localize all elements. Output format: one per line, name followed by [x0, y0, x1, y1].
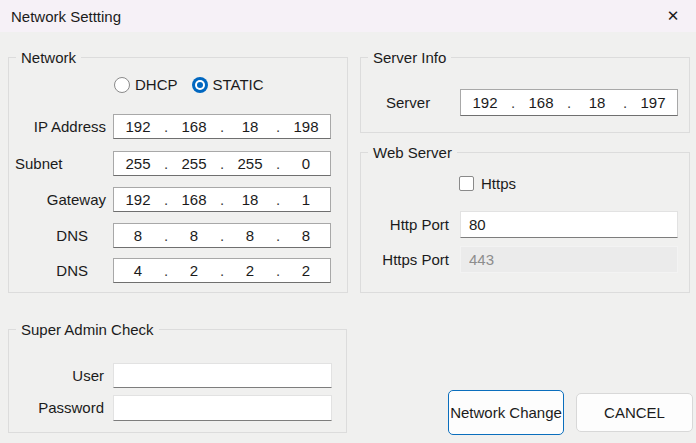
ip-octet: 192 — [461, 94, 509, 111]
server-info-group-label: Server Info — [368, 48, 451, 67]
close-button[interactable]: ✕ — [650, 0, 696, 32]
ip-octet: 255 — [170, 155, 218, 172]
cancel-button[interactable]: CANCEL — [576, 393, 693, 432]
dot-separator: . — [565, 94, 573, 111]
password-label: Password — [9, 395, 104, 421]
ip-octet: 18 — [573, 94, 621, 111]
ip-octet: 8 — [226, 227, 274, 244]
dot-separator: . — [218, 191, 226, 208]
ip-octet: 8 — [282, 227, 330, 244]
dot-separator: . — [162, 155, 170, 172]
dot-separator: . — [274, 262, 282, 279]
ip-octet: 198 — [282, 118, 330, 135]
http-port-row: Http Port — [361, 211, 689, 238]
server-info-group: Server Info Server 192 . 168 . 18 . 197 — [360, 57, 690, 133]
https-port-label: Https Port — [361, 246, 449, 273]
network-group-label: Network — [16, 48, 81, 67]
dot-separator: . — [274, 191, 282, 208]
web-server-group-label: Web Server — [368, 143, 457, 162]
network-change-button-label: Network Change — [450, 404, 562, 421]
dns2-field[interactable]: 4 . 2 . 2 . 2 — [113, 258, 331, 283]
dot-separator: . — [274, 227, 282, 244]
user-label: User — [9, 363, 104, 388]
dot-separator: . — [218, 262, 226, 279]
dhcp-static-radio-row: DHCP STATIC — [114, 77, 264, 93]
dns2-label: DNS — [15, 258, 106, 283]
dot-separator: . — [218, 118, 226, 135]
ip-octet: 192 — [114, 191, 162, 208]
super-admin-check-group-label: Super Admin Check — [16, 320, 159, 339]
subnet-label: Subnet — [15, 151, 106, 176]
ip-octet: 8 — [170, 227, 218, 244]
subnet-field[interactable]: 255 . 255 . 255 . 0 — [113, 151, 331, 176]
static-radio-label: STATIC — [213, 77, 264, 93]
dns1-label: DNS — [15, 223, 106, 248]
ip-octet: 255 — [114, 155, 162, 172]
ip-octet: 255 — [226, 155, 274, 172]
ip-octet: 2 — [226, 262, 274, 279]
password-input[interactable] — [113, 395, 332, 421]
ip-address-label: IP Address — [15, 114, 106, 139]
password-row: Password — [9, 395, 346, 421]
server-label: Server — [386, 89, 456, 116]
dot-separator: . — [162, 227, 170, 244]
ip-octet: 4 — [114, 262, 162, 279]
web-server-group: Web Server Https Http Port Https Port — [360, 152, 690, 293]
user-row: User — [9, 363, 346, 388]
https-checkbox[interactable] — [459, 176, 474, 191]
cancel-button-label: CANCEL — [604, 404, 665, 421]
server-row: Server 192 . 168 . 18 . 197 — [361, 89, 689, 116]
dhcp-radio-label: DHCP — [135, 77, 178, 93]
gateway-row: Gateway 192 . 168 . 18 . 1 — [9, 187, 347, 212]
network-change-button[interactable]: Network Change — [448, 390, 564, 435]
http-port-label: Http Port — [361, 211, 449, 238]
ip-octet: 2 — [170, 262, 218, 279]
ip-octet: 168 — [517, 94, 565, 111]
user-input[interactable] — [113, 363, 332, 388]
window-title: Network Settting — [0, 8, 121, 25]
ip-octet: 18 — [226, 191, 274, 208]
ip-octet: 18 — [226, 118, 274, 135]
dhcp-radio[interactable] — [114, 77, 130, 93]
https-port-row: Https Port — [361, 246, 689, 273]
server-ip-field[interactable]: 192 . 168 . 18 . 197 — [460, 89, 678, 116]
super-admin-check-group: Super Admin Check User Password — [8, 329, 347, 433]
ip-octet: 1 — [282, 191, 330, 208]
close-icon: ✕ — [667, 7, 680, 25]
dot-separator: . — [274, 118, 282, 135]
subnet-row: Subnet 255 . 255 . 255 . 0 — [9, 151, 347, 176]
ip-address-field[interactable]: 192 . 168 . 18 . 198 — [113, 114, 331, 139]
dns1-field[interactable]: 8 . 8 . 8 . 8 — [113, 223, 331, 248]
https-checkbox-row: Https — [459, 175, 516, 192]
ip-octet: 0 — [282, 155, 330, 172]
dot-separator: . — [509, 94, 517, 111]
ip-address-row: IP Address 192 . 168 . 18 . 198 — [9, 114, 347, 139]
dot-separator: . — [162, 118, 170, 135]
https-port-input — [460, 246, 678, 273]
gateway-label: Gateway — [15, 187, 106, 212]
dot-separator: . — [621, 94, 629, 111]
dot-separator: . — [274, 155, 282, 172]
ip-octet: 168 — [170, 118, 218, 135]
dns2-row: DNS 4 . 2 . 2 . 2 — [9, 258, 347, 283]
dot-separator: . — [162, 191, 170, 208]
titlebar: Network Settting ✕ — [0, 0, 696, 32]
ip-octet: 192 — [114, 118, 162, 135]
dns1-row: DNS 8 . 8 . 8 . 8 — [9, 223, 347, 248]
https-checkbox-label: Https — [481, 175, 516, 192]
network-group: Network DHCP STATIC IP Address 192 . 168… — [8, 57, 348, 293]
http-port-input[interactable] — [460, 211, 678, 238]
ip-octet: 2 — [282, 262, 330, 279]
gateway-field[interactable]: 192 . 168 . 18 . 1 — [113, 187, 331, 212]
dot-separator: . — [218, 155, 226, 172]
static-radio[interactable] — [192, 77, 208, 93]
ip-octet: 168 — [170, 191, 218, 208]
dot-separator: . — [218, 227, 226, 244]
ip-octet: 197 — [629, 94, 677, 111]
dot-separator: . — [162, 262, 170, 279]
network-setting-dialog: Network Settting ✕ Network DHCP STATIC I… — [0, 0, 696, 443]
ip-octet: 8 — [114, 227, 162, 244]
